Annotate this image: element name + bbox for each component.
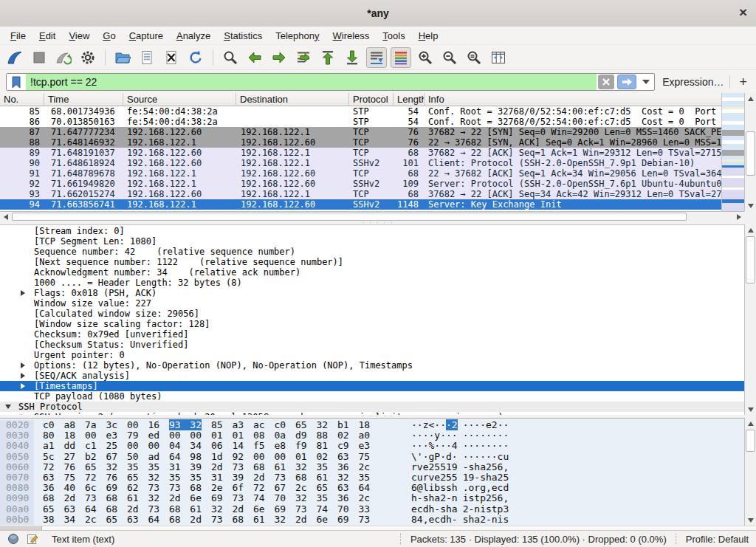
column-header-source[interactable]: Source xyxy=(123,93,236,106)
hex-ascii[interactable]: h-sha2-nistp256, xyxy=(411,492,509,503)
close-window-icon[interactable]: × xyxy=(739,0,747,25)
capture-restart-button[interactable] xyxy=(53,47,74,68)
hex-row-0020[interactable]: 0020c0 a8 7a 3c 00 16 93 3285 a3 ac c0 6… xyxy=(0,420,756,430)
column-header-no[interactable]: No. xyxy=(0,93,44,106)
scrollbar-thumb[interactable] xyxy=(746,131,755,176)
scroll-up-icon[interactable] xyxy=(745,418,756,429)
column-header-time[interactable]: Time xyxy=(44,93,123,106)
detail-line[interactable]: Checksum: 0x79ed [unverified] xyxy=(0,329,756,340)
detail-line[interactable]: [Next sequence number: 1122 (relative se… xyxy=(0,257,756,267)
hex-row-00b0[interactable]: 00b038 34 2c 65 63 64 68 2d73 68 61 32 2… xyxy=(0,515,756,525)
filter-bookmark-icon[interactable] xyxy=(7,74,26,90)
hex-row-0070[interactable]: 007063 75 72 76 65 32 35 3531 39 2d 73 6… xyxy=(0,472,756,483)
hex-bytes[interactable]: 72 76 65 32 35 35 31 392d 73 68 61 32 35… xyxy=(43,461,370,472)
column-header-protocol[interactable]: Protocol xyxy=(349,93,394,106)
hex-bytes[interactable]: 5c 27 b2 67 50 ad 64 981d 92 00 00 01 02… xyxy=(43,451,370,462)
hex-bytes[interactable]: 80 18 00 e3 79 ed 00 0001 01 08 0a d9 88… xyxy=(43,430,370,441)
filter-clear-button[interactable] xyxy=(598,75,614,89)
detail-line[interactable]: Flags: 0x018 (PSH, ACK) xyxy=(0,288,756,298)
detail-line[interactable]: SSH Protocol xyxy=(0,402,756,412)
column-header-info[interactable]: Info xyxy=(425,93,744,106)
go-forward-button[interactable] xyxy=(269,47,289,68)
profile-status[interactable]: Profile: Default xyxy=(686,534,749,545)
go-bottom-button[interactable] xyxy=(342,47,362,68)
detail-line[interactable]: [SEQ/ACK analysis] xyxy=(0,371,756,381)
hex-row-0080[interactable]: 008036 40 6c 69 62 73 73 682e 6f 72 67 2… xyxy=(0,483,756,493)
hex-row-00a0[interactable]: 00a065 63 64 68 2d 73 68 6132 2d 6e 69 7… xyxy=(0,504,756,515)
capture-stop-button[interactable] xyxy=(29,47,49,68)
scrollbar-thumb[interactable] xyxy=(746,430,755,452)
detail-line[interactable]: Options: (12 bytes), No-Operation (NOP),… xyxy=(0,360,756,371)
menu-go[interactable]: Go xyxy=(97,29,121,43)
packet-row-87[interactable]: 8771.647777234192.168.122.60192.168.122.… xyxy=(0,127,722,137)
go-top-button[interactable] xyxy=(317,47,338,68)
scroll-down-icon[interactable] xyxy=(745,200,756,211)
detail-line[interactable]: [Stream index: 0] xyxy=(0,226,756,236)
hex-vscrollbar[interactable] xyxy=(744,418,756,526)
expander-collapsed-icon[interactable] xyxy=(21,362,25,368)
filter-apply-button[interactable] xyxy=(617,75,636,89)
packet-list-hscrollbar[interactable] xyxy=(0,211,744,221)
display-filter-input[interactable] xyxy=(26,74,597,90)
ascii-selected-chars[interactable]: ·2 xyxy=(446,419,458,430)
scrollbar-thumb[interactable] xyxy=(746,236,755,283)
packet-row-93[interactable]: 9371.662015274192.168.122.60192.168.122.… xyxy=(0,189,722,199)
detail-line[interactable]: Sequence number: 42 (relative sequence n… xyxy=(0,247,756,257)
expert-info-icon[interactable] xyxy=(7,533,19,545)
resize-columns-button[interactable] xyxy=(488,47,509,68)
scroll-down-icon[interactable] xyxy=(745,515,756,526)
scroll-up-icon[interactable] xyxy=(745,93,756,104)
detail-line[interactable]: [Calculated window size: 29056] xyxy=(0,309,756,319)
hex-bytes[interactable]: 68 2d 73 68 61 32 2d 6e69 73 74 70 32 35… xyxy=(43,492,370,503)
packet-list-minimap[interactable] xyxy=(721,93,744,211)
menu-view[interactable]: View xyxy=(63,29,95,43)
go-back-button[interactable] xyxy=(244,47,265,68)
zoom-original-button[interactable] xyxy=(464,47,484,68)
menu-statistics[interactable]: Statistics xyxy=(218,29,268,43)
hex-row-0040[interactable]: 0040a1 dd c1 25 00 00 04 3406 14 f5 e8 f… xyxy=(0,441,756,451)
hex-ascii[interactable]: ····y··········· xyxy=(411,430,509,441)
column-header-destination[interactable]: Destination xyxy=(236,93,349,106)
expander-collapsed-icon[interactable] xyxy=(21,290,25,296)
menu-capture[interactable]: Capture xyxy=(123,29,169,43)
colorize-button[interactable] xyxy=(391,47,411,68)
packet-list-vscrollbar[interactable] xyxy=(744,93,756,211)
menu-edit[interactable]: Edit xyxy=(33,29,61,43)
packet-row-92[interactable]: 9271.661949820192.168.122.1192.168.122.6… xyxy=(0,179,722,189)
expander-collapsed-icon[interactable] xyxy=(21,383,25,389)
hex-row-0030[interactable]: 003080 18 00 e3 79 ed 00 0001 01 08 0a d… xyxy=(0,430,756,441)
hex-ascii[interactable]: rve25519-sha256, xyxy=(411,461,509,472)
hex-row-0090[interactable]: 009068 2d 73 68 61 32 2d 6e69 73 74 70 3… xyxy=(0,493,756,503)
expander-collapsed-icon[interactable] xyxy=(21,373,25,379)
detail-line[interactable]: [TCP Segment Len: 1080] xyxy=(0,236,756,247)
menu-help[interactable]: Help xyxy=(413,29,444,43)
hex-bytes[interactable]: 65 63 64 68 2d 73 68 6132 2d 6e 69 73 74… xyxy=(43,503,370,515)
capture-comment-icon[interactable] xyxy=(27,533,38,545)
detail-line[interactable]: Urgent pointer: 0 xyxy=(0,350,756,360)
detail-line[interactable]: TCP payload (1080 bytes) xyxy=(0,391,756,402)
packet-row-94[interactable]: 9471.663856741192.168.122.1192.168.122.6… xyxy=(0,199,722,210)
packet-row-89[interactable]: 8971.648191037192.168.122.60192.168.122.… xyxy=(0,148,722,158)
menu-tools[interactable]: Tools xyxy=(377,29,410,43)
packet-row-90[interactable]: 9071.648618924192.168.122.60192.168.122.… xyxy=(0,158,722,168)
hex-row-0060[interactable]: 006072 76 65 32 35 35 31 392d 73 68 61 3… xyxy=(0,462,756,472)
zoom-out-button[interactable] xyxy=(439,47,460,68)
hex-selected-bytes[interactable]: 93 32 xyxy=(169,419,202,430)
menu-telephony[interactable]: Telephony xyxy=(269,29,325,43)
expression-button[interactable]: Expression… xyxy=(662,76,724,88)
file-save-button[interactable] xyxy=(137,47,157,68)
hex-row-0050[interactable]: 00505c 27 b2 67 50 ad 64 981d 92 00 00 0… xyxy=(0,452,756,462)
detail-line[interactable]: 1000 .... = Header Length: 32 bytes (8) xyxy=(0,278,756,288)
detail-line[interactable]: Acknowledgment number: 34 (relative ack … xyxy=(0,267,756,278)
hex-bytes[interactable]: 36 40 6c 69 62 73 73 682e 6f 72 67 2c 65… xyxy=(43,482,370,493)
hex-ascii[interactable]: ···%···4········ xyxy=(411,440,509,451)
hex-ascii[interactable]: 6@libssh.org,ecd xyxy=(411,482,509,493)
add-filter-button[interactable]: + xyxy=(736,75,750,90)
hex-ascii[interactable]: curve25519-sha25 xyxy=(411,472,509,483)
autoscroll-button[interactable] xyxy=(366,47,387,68)
packet-row-86[interactable]: 8670.013850163fe:54:00:d4:38:2aSTP54Conf… xyxy=(0,117,722,127)
capture-start-button[interactable] xyxy=(4,47,25,68)
zoom-in-button[interactable] xyxy=(415,47,436,68)
capture-options-button[interactable] xyxy=(78,47,98,68)
detail-line[interactable]: [Window size scaling factor: 128] xyxy=(0,319,756,329)
